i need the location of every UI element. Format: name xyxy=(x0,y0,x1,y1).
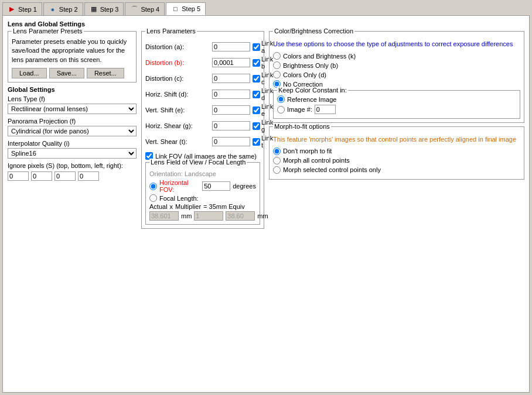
distortion-a-input[interactable] xyxy=(212,42,250,51)
interp-quality-label: Interpolator Quality (i) xyxy=(8,140,137,147)
morph-selected-label: Morph selected control points only xyxy=(283,166,381,173)
ref-image-label: Reference Image xyxy=(287,96,336,103)
lens-parameters-content: Distortion (a): Link a Distortion (b): xyxy=(145,37,260,225)
colors-only-radio[interactable] xyxy=(273,71,281,78)
horiz-fov-label: Horizontal FOV: xyxy=(159,179,200,193)
horiz-fov-radio[interactable] xyxy=(149,183,157,190)
focal-multiplier-input xyxy=(194,211,223,221)
distortion-a-row: Distortion (a): Link a xyxy=(145,40,260,54)
morph-options-content: This feature 'morphs' images so that con… xyxy=(273,133,520,173)
image-num-option: Image #: xyxy=(277,105,516,114)
ref-image-radio[interactable] xyxy=(277,95,285,103)
step3-icon: ▦ xyxy=(90,5,98,13)
morph-options-title: Morph-to-fit options xyxy=(273,123,331,130)
lens-presets-title: Lens Parameter Presets xyxy=(12,28,84,35)
ignore-pixels-row xyxy=(8,171,137,181)
focal-x-label: x xyxy=(170,203,173,210)
focal-actual-input xyxy=(149,211,179,221)
keep-color-title: Keep Color Constant in: xyxy=(277,87,348,94)
vert-shear-label: Vert. Shear (t): xyxy=(145,138,210,145)
link-t-checkbox[interactable] xyxy=(253,138,260,146)
reset-button[interactable]: Reset... xyxy=(87,68,124,78)
distortion-b-input[interactable] xyxy=(212,58,250,67)
focal-equiv-input xyxy=(226,211,255,221)
horiz-shift-label: Horiz. Shift (d): xyxy=(145,91,210,98)
morph-options-desc: This feature 'morphs' images so that con… xyxy=(273,135,520,143)
fov-group-content: Orientation: Landscape Horizontal FOV: d… xyxy=(149,166,256,221)
focal-actual-label: Actual xyxy=(149,203,168,210)
distortion-a-label: Distortion (a): xyxy=(145,43,210,50)
load-button[interactable]: Load... xyxy=(12,68,47,78)
link-d-checkbox[interactable] xyxy=(253,91,260,98)
link-g-checkbox[interactable] xyxy=(253,122,260,130)
tab-step5[interactable]: □ Step 5 xyxy=(166,2,206,15)
right-column: Color/Brightness Correction Use these op… xyxy=(269,31,524,232)
tab-step3-label: Step 3 xyxy=(100,6,119,13)
vert-shear-input[interactable] xyxy=(212,137,250,146)
tab-step2-label: Step 2 xyxy=(59,6,78,13)
step5-icon: □ xyxy=(171,5,179,13)
radio-brightness-only: Brightness Only (b) xyxy=(273,61,520,69)
distortion-c-input[interactable] xyxy=(212,74,250,83)
lens-type-select[interactable]: Rectilinear (normal lenses) Fisheye Equi… xyxy=(8,104,137,114)
link-c-checkbox[interactable] xyxy=(253,75,260,83)
panorama-proj-select[interactable]: Cylindrical (for wide panos) Equirectang… xyxy=(8,126,137,136)
image-num-input[interactable] xyxy=(315,105,336,114)
vert-shift-input[interactable] xyxy=(212,105,250,115)
save-button[interactable]: Save... xyxy=(49,68,84,78)
morph-all-radio[interactable] xyxy=(273,157,281,164)
image-num-radio[interactable] xyxy=(277,106,285,114)
keep-color-group: Keep Color Constant in: Reference Image … xyxy=(273,90,520,119)
horiz-shear-row: Horiz. Shear (g): Link g xyxy=(145,119,260,133)
dont-morph-label: Don't morph to fit xyxy=(283,147,332,154)
tab-step1[interactable]: ▶ Step 1 xyxy=(2,2,42,15)
main-content: Lens and Global Settings Lens Parameter … xyxy=(2,15,530,393)
link-e-checkbox[interactable] xyxy=(253,107,260,114)
color-correction-content: Use these options to choose the type of … xyxy=(273,37,520,119)
colors-only-label: Colors Only (d) xyxy=(283,71,326,78)
focal-details-row: Actual x Multiplier = 35mm Equiv xyxy=(149,203,256,210)
panorama-proj-label: Panorama Projection (f) xyxy=(8,118,137,125)
morph-selected-radio[interactable] xyxy=(273,166,281,174)
horiz-shift-input[interactable] xyxy=(212,90,250,99)
vert-shift-label: Vert. Shift (e): xyxy=(145,107,210,114)
ignore-top-input[interactable] xyxy=(8,171,29,181)
brightness-only-radio[interactable] xyxy=(273,61,281,69)
focal-values-row: mm mm xyxy=(149,211,256,221)
distortion-c-label: Distortion (c): xyxy=(145,75,210,82)
dont-morph-option: Don't morph to fit xyxy=(273,147,520,155)
tab-step5-label: Step 5 xyxy=(182,5,200,12)
three-column-layout: Lens Parameter Presets Parameter presets… xyxy=(8,31,524,232)
lens-type-label: Lens Type (f) xyxy=(8,95,137,102)
interp-quality-select[interactable]: Spline16 Spline36 Bilinear xyxy=(8,148,137,159)
middle-column: Lens Parameters Distortion (a): Link a xyxy=(141,31,264,232)
tab-step2[interactable]: ● Step 2 xyxy=(43,2,83,15)
horiz-shift-row: Horiz. Shift (d): Link d xyxy=(145,87,260,101)
presets-button-row: Load... Save... Reset... xyxy=(12,68,132,78)
horiz-shear-input[interactable] xyxy=(212,121,250,130)
focal-length-radio[interactable] xyxy=(149,194,157,202)
color-correction-title: Color/Brightness Correction xyxy=(273,28,354,35)
lens-presets-content: Parameter presets enable you to quickly … xyxy=(12,35,132,78)
link-a-checkbox[interactable] xyxy=(253,43,260,51)
distortion-b-label: Distortion (b): xyxy=(145,59,210,66)
ignore-bottom-input[interactable] xyxy=(31,171,52,181)
ignore-right-input[interactable] xyxy=(78,171,99,181)
morph-all-label: Morph all control points xyxy=(283,157,350,164)
page-title: Lens and Global Settings xyxy=(8,20,524,28)
tab-step3[interactable]: ▦ Step 3 xyxy=(84,2,124,15)
keep-color-content: Reference Image Image #: xyxy=(277,93,516,114)
ignore-left-input[interactable] xyxy=(54,171,76,181)
morph-all-option: Morph all control points xyxy=(273,157,520,164)
vert-shift-row: Vert. Shift (e): Link e xyxy=(145,103,260,117)
focal-equals-label: = 35mm Equiv xyxy=(203,203,245,210)
horiz-fov-input[interactable] xyxy=(202,181,230,191)
colors-brightness-radio[interactable] xyxy=(273,52,281,60)
fov-group-title: Lens Field of View / Focal Length xyxy=(149,159,247,166)
dont-morph-radio[interactable] xyxy=(273,147,281,155)
orientation-label: Orientation: Landscape xyxy=(149,170,256,177)
distortion-b-row: Distortion (b): Link b xyxy=(145,56,260,70)
tab-step4[interactable]: ⌒ Step 4 xyxy=(125,2,165,15)
link-b-checkbox[interactable] xyxy=(253,59,260,67)
radio-colors-brightness: Colors and Brightness (k) xyxy=(273,52,520,60)
